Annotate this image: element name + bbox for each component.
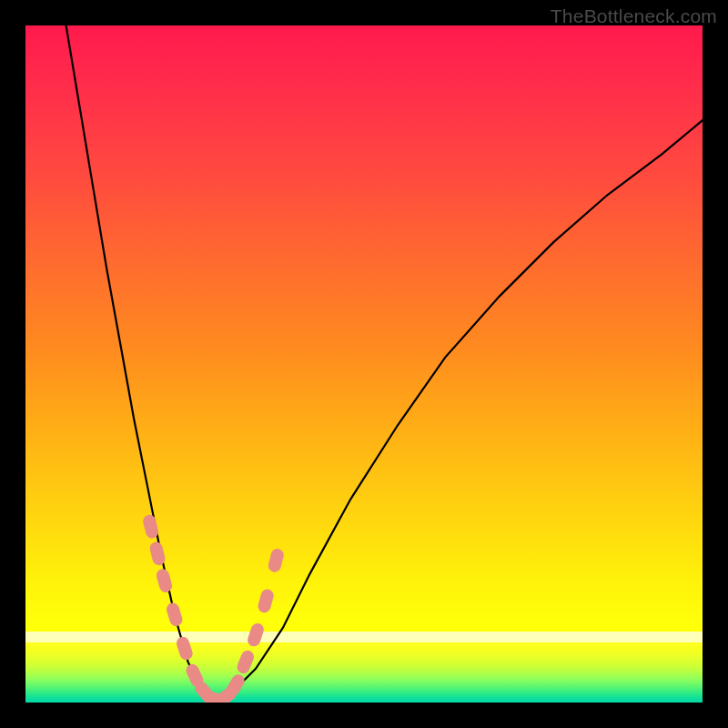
bead-marker (142, 513, 160, 540)
highlight-beads (142, 513, 286, 703)
plot-area (25, 25, 703, 703)
bead-marker (257, 588, 275, 614)
bead-marker (148, 541, 167, 567)
watermark-text: TheBottleneck.com (551, 5, 717, 27)
bead-marker (155, 568, 173, 594)
bead-marker (267, 547, 285, 573)
bead-marker (175, 635, 194, 662)
curve-layer (25, 25, 703, 703)
bottleneck-curve (66, 25, 703, 703)
bead-marker (246, 622, 265, 648)
chart-frame: TheBottleneck.com (0, 0, 728, 728)
bead-marker (165, 602, 184, 628)
